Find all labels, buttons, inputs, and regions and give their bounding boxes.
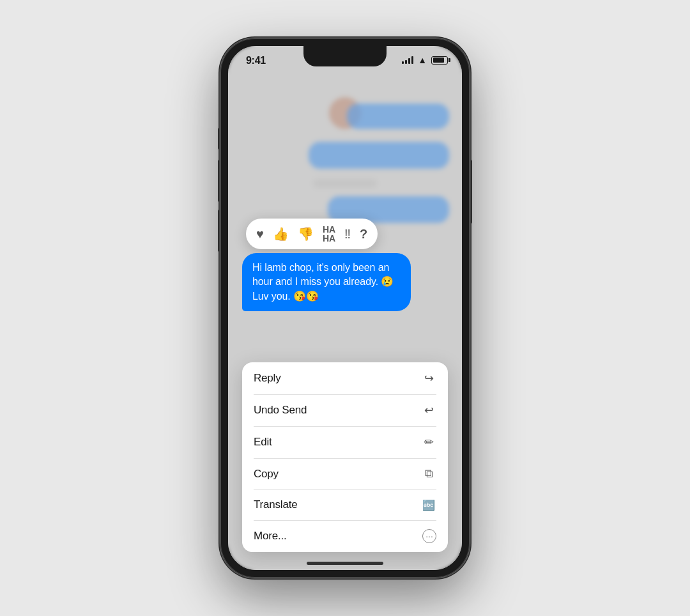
battery-icon	[431, 56, 448, 65]
more-menu-item[interactable]: More... ···	[242, 520, 448, 552]
signal-icon	[402, 56, 413, 64]
battery-fill	[433, 58, 445, 63]
power-button	[470, 160, 472, 224]
edit-label: Edit	[254, 436, 421, 449]
react-thumbs-up-button[interactable]: 👍	[273, 226, 289, 242]
message-bubble: Hi lamb chop, it's only been an hour and…	[242, 253, 411, 311]
reply-menu-item[interactable]: Reply ↩	[242, 362, 448, 394]
message-text: Hi lamb chop, it's only been an hour and…	[252, 262, 394, 302]
copy-menu-item[interactable]: Copy ⧉	[242, 458, 448, 489]
translate-icon: 🔤	[421, 499, 436, 511]
edit-icon: ✏	[421, 435, 436, 449]
copy-label: Copy	[254, 468, 421, 481]
notch	[303, 46, 387, 66]
reaction-bar: ♥ 👍 👎 HAHA ‼ ?	[246, 219, 378, 249]
reply-icon: ↩	[421, 371, 436, 385]
signal-bar-4	[411, 56, 413, 64]
signal-bar-2	[405, 60, 407, 64]
react-question-button[interactable]: ?	[360, 227, 367, 242]
phone-frame: 9:41 ▲	[220, 38, 470, 578]
reply-label: Reply	[254, 372, 421, 385]
status-time: 9:41	[246, 55, 266, 66]
signal-bar-1	[402, 61, 404, 64]
signal-bar-3	[408, 58, 410, 64]
status-icons: ▲	[402, 55, 448, 65]
active-message-area: ♥ 👍 👎 HAHA ‼ ? Hi lamb chop, it's only b…	[228, 219, 462, 311]
more-icon: ···	[422, 529, 436, 543]
undo-send-menu-item[interactable]: Undo Send ↩	[242, 394, 448, 426]
react-heart-button[interactable]: ♥	[256, 227, 264, 242]
react-thumbs-down-button[interactable]: 👎	[298, 226, 314, 242]
translate-menu-item[interactable]: Translate 🔤	[242, 489, 448, 520]
phone-screen: 9:41 ▲	[228, 46, 462, 570]
home-indicator	[307, 562, 383, 565]
edit-menu-item[interactable]: Edit ✏	[242, 426, 448, 458]
translate-label: Translate	[254, 498, 421, 511]
context-menu: Reply ↩ Undo Send ↩ Edit ✏ Copy ⧉ Transl…	[242, 362, 448, 552]
react-haha-button[interactable]: HAHA	[323, 225, 335, 243]
react-exclamation-button[interactable]: ‼	[344, 227, 351, 242]
undo-send-icon: ↩	[421, 403, 436, 417]
more-label: More...	[254, 530, 422, 543]
wifi-icon: ▲	[418, 55, 427, 65]
undo-send-label: Undo Send	[254, 404, 421, 417]
copy-icon: ⧉	[421, 467, 436, 481]
